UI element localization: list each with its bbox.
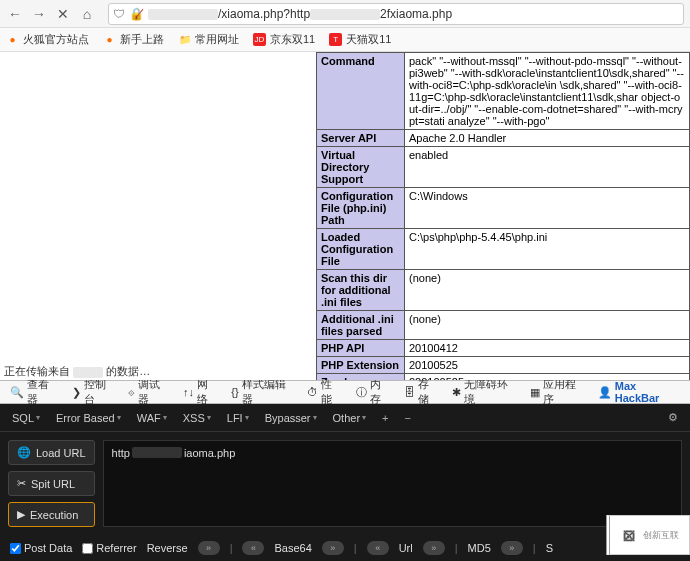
folder-icon: 📁 bbox=[178, 33, 191, 46]
tab-icon: ⟐ bbox=[128, 386, 135, 398]
bookmark-item[interactable]: JD京东双11 bbox=[253, 32, 315, 47]
hb-menu-other[interactable]: Other▾ bbox=[333, 412, 367, 424]
browser-nav-bar: ← → ✕ ⌂ 🛡 🔒̸ /xiaoma.php?http2fxiaoma.ph… bbox=[0, 0, 690, 28]
arrow-left-icon[interactable]: « bbox=[242, 541, 264, 555]
postdata-checkbox[interactable]: Post Data bbox=[10, 542, 72, 554]
phpinfo-value: pack" "--without-mssql" "--without-pdo-m… bbox=[405, 53, 690, 130]
stop-icon[interactable]: ✕ bbox=[54, 5, 72, 23]
gear-icon[interactable]: ⚙ bbox=[668, 411, 678, 424]
table-row: PHP Extension20100525 bbox=[317, 357, 690, 374]
left-pane-blank bbox=[0, 52, 316, 380]
chevron-down-icon: ▾ bbox=[163, 413, 167, 422]
phpinfo-value: 20100525 bbox=[405, 357, 690, 374]
hb-menu-sql[interactable]: SQL▾ bbox=[12, 412, 40, 424]
table-row: PHP API20100412 bbox=[317, 340, 690, 357]
phpinfo-panel: Commandpack" "--without-mssql" "--withou… bbox=[316, 52, 690, 380]
tab-label: 应用程序 bbox=[543, 377, 584, 407]
devtool-tab[interactable]: ✱无障碍环境 bbox=[446, 377, 522, 407]
url-blur-1 bbox=[148, 9, 218, 20]
status-loading: 正在传输来自 的数据… bbox=[0, 363, 154, 380]
arrow-right-icon[interactable]: » bbox=[322, 541, 344, 555]
devtool-tab[interactable]: ⓘ内存 bbox=[350, 377, 396, 407]
devtool-tab[interactable]: {}样式编辑器 bbox=[225, 377, 299, 407]
phpinfo-table: Commandpack" "--without-mssql" "--withou… bbox=[316, 52, 690, 380]
chevron-down-icon: ▾ bbox=[36, 413, 40, 422]
op-url[interactable]: Url bbox=[399, 542, 413, 554]
phpinfo-value: enabled bbox=[405, 147, 690, 188]
spit-url-button[interactable]: ✂Spit URL bbox=[8, 471, 95, 496]
chevron-down-icon: ▾ bbox=[207, 413, 211, 422]
tab-hackbar[interactable]: 👤Max HackBar bbox=[592, 380, 686, 404]
hackbar-panel: SQL▾ Error Based▾ WAF▾ XSS▾ LFI▾ Bypasse… bbox=[0, 404, 690, 561]
tmall-icon: T bbox=[329, 33, 342, 46]
phpinfo-value: 220100525 bbox=[405, 374, 690, 381]
phpinfo-value: 20100412 bbox=[405, 340, 690, 357]
chevron-down-icon: ▾ bbox=[117, 413, 121, 422]
table-row: Virtual Directory Supportenabled bbox=[317, 147, 690, 188]
arrow-left-icon[interactable]: « bbox=[367, 541, 389, 555]
phpinfo-key: Virtual Directory Support bbox=[317, 147, 405, 188]
url-blur bbox=[132, 447, 182, 458]
plus-icon[interactable]: + bbox=[382, 412, 388, 424]
devtool-tab[interactable]: ❯控制台 bbox=[66, 377, 121, 407]
devtool-tab[interactable]: 🔍查看器 bbox=[4, 377, 64, 407]
phpinfo-value: (none) bbox=[405, 311, 690, 340]
hackbar-url-input[interactable]: httpiaoma.php bbox=[103, 440, 682, 527]
tab-label: 性能 bbox=[321, 377, 341, 407]
phpinfo-value: C:\Windows bbox=[405, 188, 690, 229]
op-reverse[interactable]: Reverse bbox=[147, 542, 188, 554]
bookmark-item[interactable]: 📁常用网址 bbox=[178, 32, 239, 47]
bookmark-item[interactable]: ●新手上路 bbox=[103, 32, 164, 47]
jd-icon: JD bbox=[253, 33, 266, 46]
minus-icon[interactable]: − bbox=[404, 412, 410, 424]
scissors-icon: ✂ bbox=[17, 477, 26, 490]
forward-icon[interactable]: → bbox=[30, 5, 48, 23]
back-icon[interactable]: ← bbox=[6, 5, 24, 23]
phpinfo-value: (none) bbox=[405, 270, 690, 311]
bookmark-item[interactable]: ●火狐官方站点 bbox=[6, 32, 89, 47]
hb-menu-bypasser[interactable]: Bypasser▾ bbox=[265, 412, 317, 424]
hackbar-menus: SQL▾ Error Based▾ WAF▾ XSS▾ LFI▾ Bypasse… bbox=[0, 404, 690, 432]
devtool-tab[interactable]: ▦应用程序 bbox=[524, 377, 590, 407]
tab-label: 控制台 bbox=[84, 377, 115, 407]
tab-label: 内存 bbox=[370, 377, 390, 407]
home-icon[interactable]: ⌂ bbox=[78, 5, 96, 23]
table-row: Zend Extension220100525 bbox=[317, 374, 690, 381]
referrer-checkbox[interactable]: Referrer bbox=[82, 542, 136, 554]
tab-icon: ↑↓ bbox=[183, 386, 194, 398]
arrow-right-icon[interactable]: » bbox=[198, 541, 220, 555]
op-s[interactable]: S bbox=[546, 542, 553, 554]
phpinfo-key: Scan this dir for additional .ini files bbox=[317, 270, 405, 311]
chevron-down-icon: ▾ bbox=[362, 413, 366, 422]
devtool-tab[interactable]: ⟐调试器 bbox=[122, 377, 175, 407]
url-bar[interactable]: 🛡 🔒̸ /xiaoma.php?http2fxiaoma.php bbox=[108, 3, 684, 25]
hb-menu-lfi[interactable]: LFI▾ bbox=[227, 412, 249, 424]
devtools-tabs: 🔍查看器❯控制台⟐调试器↑↓网络{}样式编辑器⏱性能ⓘ内存🗄存储✱无障碍环境▦应… bbox=[0, 380, 690, 404]
bookmark-item[interactable]: T天猫双11 bbox=[329, 32, 391, 47]
op-base64[interactable]: Base64 bbox=[274, 542, 311, 554]
hb-menu-xss[interactable]: XSS▾ bbox=[183, 412, 211, 424]
phpinfo-value: Apache 2.0 Handler bbox=[405, 130, 690, 147]
hackbar-main: 🌐Load URL ✂Spit URL ▶Execution httpiaoma… bbox=[0, 432, 690, 535]
lock-crossed-icon: 🔒̸ bbox=[129, 7, 144, 21]
tab-icon: {} bbox=[231, 386, 238, 398]
arrow-right-icon[interactable]: » bbox=[501, 541, 523, 555]
arrow-right-icon[interactable]: » bbox=[423, 541, 445, 555]
hb-menu-error[interactable]: Error Based▾ bbox=[56, 412, 121, 424]
load-url-button[interactable]: 🌐Load URL bbox=[8, 440, 95, 465]
devtool-tab[interactable]: 🗄存储 bbox=[398, 377, 444, 407]
phpinfo-value: C:\ps\php\php-5.4.45\php.ini bbox=[405, 229, 690, 270]
devtool-tab[interactable]: ⏱性能 bbox=[301, 377, 347, 407]
op-md5[interactable]: MD5 bbox=[468, 542, 491, 554]
url-blur-2 bbox=[310, 9, 380, 20]
execution-button[interactable]: ▶Execution bbox=[8, 502, 95, 527]
table-row: Additional .ini files parsed(none) bbox=[317, 311, 690, 340]
page-content: Commandpack" "--without-mssql" "--withou… bbox=[0, 52, 690, 380]
hackbar-bottom-ops: Post Data Referrer Reverse » | « Base64 … bbox=[0, 535, 690, 561]
url-text: /xiaoma.php?http2fxiaoma.php bbox=[148, 7, 679, 21]
tab-icon: 🔍 bbox=[10, 386, 24, 399]
devtool-tab[interactable]: ↑↓网络 bbox=[177, 377, 223, 407]
tab-label: 样式编辑器 bbox=[242, 377, 294, 407]
phpinfo-key: Additional .ini files parsed bbox=[317, 311, 405, 340]
hb-menu-waf[interactable]: WAF▾ bbox=[137, 412, 167, 424]
